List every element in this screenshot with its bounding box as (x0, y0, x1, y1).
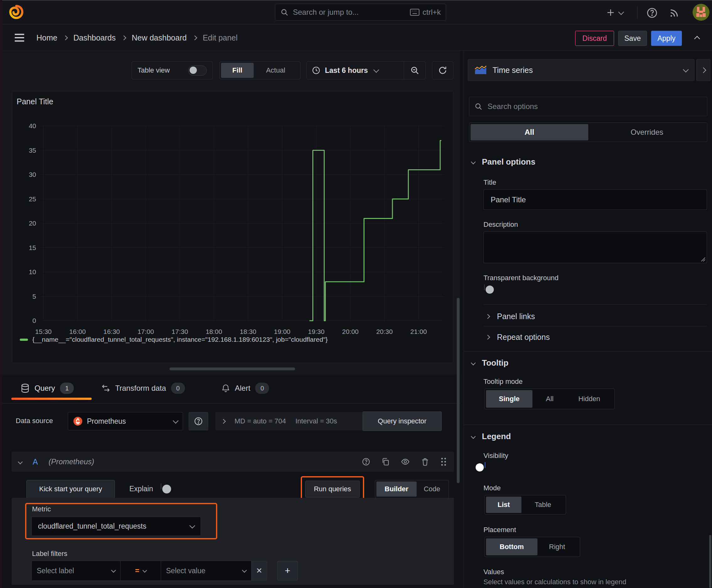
panel-title[interactable]: Panel Title (17, 97, 53, 106)
user-avatar[interactable] (693, 4, 710, 21)
tab-overrides[interactable]: Overrides (588, 124, 706, 141)
tab-transform-count: 0 (171, 383, 185, 394)
time-range-label: Last 6 hours (325, 66, 368, 75)
remove-filter-button[interactable]: ✕ (252, 561, 267, 581)
hamburger-icon (14, 33, 25, 42)
section-repeat-options[interactable]: Repeat options (486, 332, 550, 342)
window-edge-strip (0, 0, 2, 588)
refresh-button[interactable] (432, 61, 453, 80)
rss-icon (668, 7, 679, 19)
query-options-bar[interactable]: MD = auto = 704 Interval = 30s Query ins… (215, 412, 442, 430)
label-filters-label: Label filters (32, 550, 67, 558)
tooltip-mode-hidden[interactable]: Hidden (567, 390, 611, 408)
chevron-up-icon (694, 36, 700, 41)
chevron-down-icon (618, 9, 624, 15)
panel-title-input[interactable] (483, 189, 707, 210)
table-view-label: Table view (137, 66, 170, 75)
news-button[interactable] (667, 7, 681, 19)
actual-option[interactable]: Actual (254, 63, 298, 78)
time-series-chart[interactable]: 051015202530354015:3016:0016:3017:0017:3… (12, 91, 454, 363)
section-legend[interactable]: Legend (472, 432, 511, 441)
query-ref-id[interactable]: A (33, 457, 38, 466)
tooltip-mode-single[interactable]: Single (486, 390, 533, 408)
section-panel-options[interactable]: Panel options (472, 157, 535, 167)
section-divider (464, 425, 712, 425)
chevron-down-icon (373, 67, 379, 72)
zoom-out-button[interactable] (404, 62, 425, 79)
datasource-help-button[interactable] (189, 412, 208, 430)
transparent-bg-toggle[interactable] (484, 284, 485, 290)
collapse-options-button[interactable] (690, 33, 704, 45)
panel-resize-handle[interactable] (170, 368, 295, 370)
max-data-points: MD = auto = 704 (235, 417, 286, 425)
delete-query-icon[interactable] (421, 457, 429, 466)
panel-description-textarea[interactable] (483, 231, 707, 263)
save-button[interactable]: Save (618, 31, 647, 46)
tab-all[interactable]: All (471, 124, 588, 141)
chevron-right-icon (486, 314, 490, 319)
tab-transform[interactable]: Transform data 0 (102, 378, 185, 398)
add-button[interactable] (606, 7, 623, 18)
operator-dropdown[interactable]: = (121, 561, 161, 581)
builder-code-segmented: Builder Code (375, 480, 449, 498)
query-row-header[interactable]: A (Prometheus) (12, 452, 454, 472)
time-range-button[interactable]: Last 6 hours (307, 62, 404, 79)
svg-text:16:30: 16:30 (103, 328, 120, 335)
code-option[interactable]: Code (416, 482, 447, 497)
legend-swatch[interactable] (20, 339, 28, 341)
tab-query[interactable]: Query 1 (21, 378, 74, 398)
apply-button[interactable]: Apply (651, 31, 682, 46)
tooltip-mode-all[interactable]: All (533, 390, 567, 408)
section-tooltip[interactable]: Tooltip (472, 358, 509, 368)
breadcrumb-item-new-dashboard[interactable]: New dashboard (132, 33, 187, 42)
fill-option[interactable]: Fill (221, 63, 254, 78)
duplicate-query-icon[interactable] (381, 457, 390, 466)
mega-menu-toggle[interactable] (13, 31, 26, 45)
options-scrollbar-thumb[interactable] (709, 535, 711, 588)
metric-select[interactable]: cloudflared_tunnel_total_requests (31, 517, 201, 536)
table-view-toggle[interactable] (188, 65, 207, 76)
section-panel-links[interactable]: Panel links (486, 311, 535, 322)
main-scrollbar-thumb[interactable] (457, 298, 459, 483)
legend-visibility-toggle[interactable] (485, 462, 486, 468)
help-button[interactable] (645, 6, 659, 19)
svg-text:18:00: 18:00 (206, 328, 222, 335)
select-value-dropdown[interactable]: Select value (161, 561, 252, 581)
options-search-input[interactable] (487, 102, 702, 111)
query-help-icon[interactable] (362, 457, 370, 466)
chevron-right-icon (221, 419, 226, 424)
select-label-dropdown[interactable]: Select label (31, 561, 121, 581)
discard-button[interactable]: Discard (575, 31, 614, 46)
add-filter-button[interactable]: + (277, 561, 298, 581)
datasource-picker[interactable]: Prometheus (68, 412, 183, 430)
legend-mode-table[interactable]: Table (521, 497, 564, 513)
expand-viz-list-button[interactable] (696, 59, 710, 81)
legend-placement-right[interactable]: Right (537, 538, 577, 555)
zoom-out-icon (410, 66, 419, 75)
breadcrumb-separator-icon (192, 35, 197, 40)
legend-mode-list[interactable]: List (486, 497, 521, 513)
breadcrumb-item-dashboards[interactable]: Dashboards (73, 33, 116, 42)
drag-handle-icon[interactable] (440, 457, 447, 466)
builder-option[interactable]: Builder (376, 482, 416, 497)
section-panel-options-title: Panel options (482, 157, 535, 167)
query-inspector-button[interactable]: Query inspector (363, 412, 442, 431)
kickstart-query-button[interactable]: Kick start your query (26, 480, 115, 498)
legend-placement-bottom[interactable]: Bottom (486, 538, 537, 555)
legend-series-name[interactable]: {__name__="cloudflared_tunnel_total_requ… (33, 336, 328, 343)
svg-text:19:00: 19:00 (274, 328, 290, 335)
toggle-visibility-icon[interactable] (401, 457, 410, 466)
global-search-box[interactable]: ctrl+k (275, 4, 446, 21)
tab-alert[interactable]: Alert 0 (222, 378, 269, 398)
explain-toggle[interactable] (161, 483, 161, 489)
visualization-picker[interactable]: Time series (468, 59, 694, 81)
section-divider (464, 351, 712, 352)
chevron-down-icon (111, 568, 116, 573)
run-queries-button[interactable]: Run queries (305, 481, 360, 498)
options-search-box[interactable] (469, 97, 707, 116)
breadcrumb-item-home[interactable]: Home (37, 33, 58, 42)
chevron-down-icon (143, 568, 147, 572)
grafana-logo[interactable] (9, 4, 24, 19)
visualization-name: Time series (493, 66, 678, 75)
global-search-input[interactable] (292, 7, 410, 17)
